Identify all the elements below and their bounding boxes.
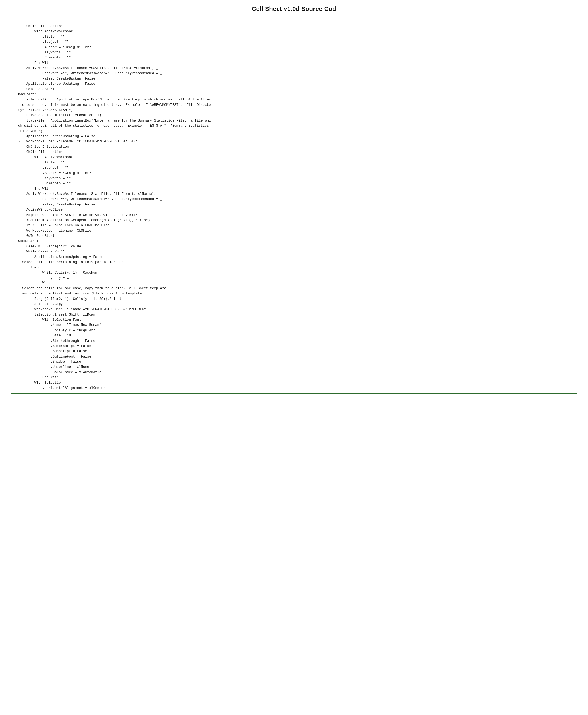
- source-code: ChDir FileLocation With ActiveWorkbook .…: [16, 24, 572, 391]
- code-container: ChDir FileLocation With ActiveWorkbook .…: [11, 21, 577, 394]
- page-title: Cell Sheet v1.0d Source Cod: [11, 5, 577, 13]
